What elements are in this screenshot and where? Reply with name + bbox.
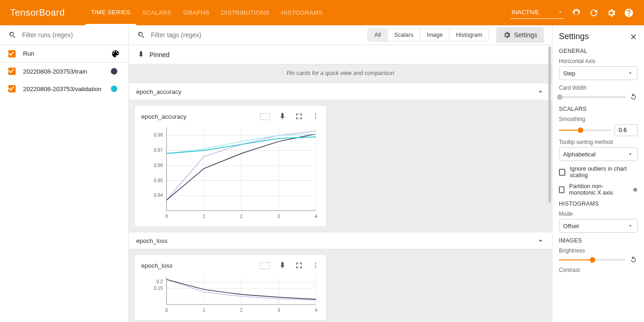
fullscreen-icon[interactable] — [295, 112, 303, 121]
svg-text:0.96: 0.96 — [154, 163, 163, 168]
chevron-down-icon — [627, 223, 633, 229]
svg-text:2: 2 — [240, 214, 243, 219]
svg-text:1: 1 — [202, 308, 205, 313]
chart-card: epoch_loss012340.150.2 — [134, 254, 327, 321]
brightness-slider[interactable] — [559, 257, 626, 263]
smoothing-slider[interactable] — [559, 127, 611, 133]
brightness-label: Brightness — [559, 247, 638, 254]
settings-section-scalars: SCALARS — [559, 106, 638, 112]
chart-card: epoch_accuracy012340.940.950.960.970.98 — [134, 105, 327, 227]
segment-histogram[interactable]: Histogram — [449, 29, 489, 41]
svg-text:0.95: 0.95 — [154, 178, 163, 183]
runs-header-row[interactable]: Run — [0, 45, 128, 63]
partition-x-checkbox[interactable]: Partition non-monotonic X axis — [559, 183, 638, 196]
contrast-label: Contrast — [559, 267, 638, 273]
partition-x-label: Partition non-monotonic X axis — [569, 183, 628, 196]
svg-text:0.94: 0.94 — [154, 193, 163, 198]
tags-filter-input[interactable] — [151, 31, 335, 39]
segment-scalars[interactable]: Scalars — [388, 29, 420, 41]
runs-filter-input[interactable] — [22, 31, 105, 39]
refresh-icon[interactable] — [589, 8, 599, 18]
svg-text:0.97: 0.97 — [154, 148, 163, 153]
segment-all[interactable]: All — [368, 29, 388, 41]
tab-distributions[interactable]: DISTRIBUTIONS — [216, 0, 275, 25]
checkbox[interactable] — [8, 85, 16, 92]
section-header[interactable]: epoch_accuracy — [129, 83, 552, 100]
svg-text:0: 0 — [165, 308, 168, 313]
card-width-label: Card Width — [559, 85, 638, 91]
reset-icon[interactable] — [629, 256, 638, 264]
segment-image[interactable]: Image — [420, 29, 450, 41]
smoothing-value-input[interactable] — [615, 124, 638, 136]
settings-button-label: Settings — [514, 31, 537, 39]
chevron-down-icon — [558, 9, 563, 15]
run-row[interactable]: 20220808-203753/train — [0, 63, 128, 80]
ignore-outliers-label: Ignore outliers in chart scaling — [570, 166, 638, 178]
smoothing-label: Smoothing — [559, 116, 638, 122]
svg-text:0: 0 — [165, 214, 168, 219]
fullscreen-icon[interactable] — [295, 261, 303, 270]
settings-panel-title: Settings — [559, 32, 589, 41]
reset-icon[interactable] — [629, 93, 638, 101]
tab-scalars[interactable]: SCALARS — [137, 0, 177, 25]
card-width-slider[interactable] — [559, 94, 626, 100]
svg-text:1: 1 — [202, 214, 205, 219]
mode-select[interactable]: Offset — [559, 219, 638, 233]
run-color-dot — [111, 68, 117, 75]
app-logo: TensorBoard — [10, 7, 65, 18]
chevron-down-icon — [627, 151, 633, 157]
horizontal-axis-value: Step — [563, 70, 575, 77]
pin-icon — [137, 51, 145, 58]
mode-selector[interactable]: INACTIVE — [511, 7, 564, 19]
chevron-up-icon — [536, 87, 545, 96]
palette-icon[interactable] — [111, 49, 120, 58]
settings-section-images: IMAGES — [559, 237, 638, 244]
tooltip-sorting-select[interactable]: Alphabetical — [559, 147, 638, 161]
pin-icon[interactable] — [278, 112, 287, 121]
ignore-outliers-checkbox[interactable]: Ignore outliers in chart scaling — [559, 166, 638, 178]
help-icon[interactable] — [624, 8, 634, 18]
svg-text:3: 3 — [277, 214, 280, 219]
more-icon[interactable] — [311, 261, 320, 270]
mode-value: Offset — [563, 223, 579, 230]
svg-text:4: 4 — [315, 214, 317, 219]
gear-icon — [503, 31, 511, 39]
pinned-tip: Pin cards for a quick view and compariso… — [129, 64, 552, 83]
section-header[interactable]: epoch_loss — [129, 232, 552, 249]
gear-icon[interactable] — [606, 8, 616, 18]
run-color-dot — [111, 86, 117, 92]
nav-tabs: TIME SERIESSCALARSGRAPHSDISTRIBUTIONSHIS… — [86, 0, 329, 25]
run-label: 20220808-203753/validation — [23, 86, 111, 92]
fit-domain-icon[interactable] — [260, 113, 270, 120]
checkbox-all[interactable] — [8, 50, 16, 58]
svg-text:3: 3 — [277, 308, 280, 313]
section-title: epoch_accuracy — [136, 88, 181, 95]
tab-graphs[interactable]: GRAPHS — [178, 0, 215, 25]
run-label: 20220808-203753/train — [23, 68, 111, 75]
settings-button[interactable]: Settings — [496, 27, 544, 43]
card-title: epoch_accuracy — [141, 113, 186, 120]
pin-icon[interactable] — [278, 261, 287, 270]
chevron-down-icon — [627, 70, 633, 76]
horizontal-axis-select[interactable]: Step — [559, 66, 638, 80]
tooltip-sorting-value: Alphabetical — [563, 151, 596, 158]
tab-histograms[interactable]: HISTOGRAMS — [276, 0, 328, 25]
mode-selector-label: INACTIVE — [512, 9, 539, 16]
info-icon — [633, 187, 638, 193]
tab-time-series[interactable]: TIME SERIES — [86, 0, 136, 25]
checkbox[interactable] — [8, 68, 16, 75]
brightness-icon[interactable] — [571, 8, 581, 18]
fit-domain-icon[interactable] — [260, 262, 270, 269]
filter-segment-group: AllScalarsImageHistogram — [368, 29, 489, 41]
settings-section-general: GENERAL — [559, 48, 638, 54]
more-icon[interactable] — [311, 112, 320, 121]
close-icon[interactable] — [629, 33, 638, 41]
pinned-header[interactable]: Pinned — [129, 45, 552, 64]
svg-text:4: 4 — [315, 308, 317, 313]
pinned-title: Pinned — [150, 51, 170, 58]
search-icon — [8, 31, 17, 39]
runs-sidebar: Run 20220808-203753/train20220808-203753… — [0, 25, 129, 322]
run-row[interactable]: 20220808-203753/validation — [0, 80, 128, 98]
search-icon — [137, 31, 145, 39]
scrollbar[interactable] — [548, 46, 551, 203]
